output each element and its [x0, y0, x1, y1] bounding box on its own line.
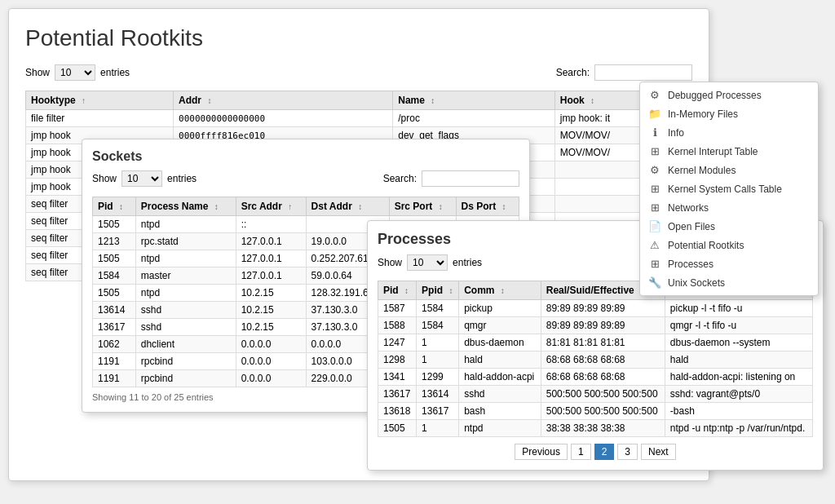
- menu-icon-0: ⚙: [648, 89, 661, 101]
- sock-col-src-addr[interactable]: Src Addr ↑: [236, 197, 306, 216]
- proc-cell-4-4: hald-addon-acpi: listening on: [665, 369, 812, 386]
- menu-icon-10: 🔧: [648, 276, 661, 289]
- menu-item-9[interactable]: ⊞Processes: [640, 254, 818, 273]
- proc-cell-0-0: 1587: [378, 300, 417, 317]
- proc-cell-7-4: ntpd -u ntp:ntp -p /var/run/ntpd.: [665, 420, 812, 437]
- processes-pagination: Previous 1 2 3 Next: [378, 444, 813, 460]
- proc-cell-2-4: dbus-daemon --system: [665, 334, 812, 351]
- search-label: Search:: [556, 67, 590, 78]
- main-table-row: file filter0000000000000000/procjmp hook…: [26, 110, 692, 127]
- sockets-search-label: Search:: [383, 173, 417, 184]
- main-cell-0-1: 0000000000000000: [174, 110, 393, 127]
- sock-cell-6-2: 10.2.15: [236, 319, 306, 336]
- processes-table-row: 1361713614sshd500:500 500:500 500:500ssh…: [378, 386, 813, 403]
- sock-cell-4-2: 10.2.15: [236, 285, 306, 302]
- proc-cell-6-3: 500:500 500:500 500:500: [541, 403, 665, 420]
- page-2[interactable]: 2: [594, 444, 615, 460]
- menu-item-2[interactable]: ℹInfo: [640, 123, 818, 142]
- sockets-show-label: Show: [92, 173, 117, 184]
- sock-col-src-port[interactable]: Src Port ↕: [389, 197, 456, 216]
- prev-button[interactable]: Previous: [515, 444, 568, 460]
- proc-col-comm[interactable]: Comm ↕: [459, 281, 541, 300]
- proc-cell-3-1: 1: [417, 351, 459, 369]
- page-3[interactable]: 3: [617, 444, 638, 460]
- sockets-title: Sockets: [92, 149, 519, 164]
- entries-select-main[interactable]: 102550100: [55, 64, 95, 81]
- next-button[interactable]: Next: [641, 444, 676, 460]
- sock-cell-0-1: ntpd: [135, 216, 236, 233]
- sock-cell-5-1: sshd: [135, 302, 236, 319]
- proc-cell-0-2: pickup: [459, 300, 541, 317]
- sock-cell-7-2: 0.0.0.0: [236, 336, 306, 353]
- proc-cell-2-1: 1: [417, 334, 459, 351]
- menu-icon-5: ⊞: [648, 183, 661, 195]
- sock-cell-9-2: 0.0.0.0: [236, 370, 306, 387]
- processes-table-row: 15871584pickup89:89 89:89 89:89pickup -l…: [378, 300, 813, 317]
- proc-cell-6-4: -bash: [665, 403, 812, 420]
- page-1[interactable]: 1: [571, 444, 591, 460]
- proc-cell-7-1: 1: [417, 420, 459, 437]
- menu-label-7: Open Files: [668, 221, 715, 232]
- menu-icon-1: 📁: [648, 108, 661, 120]
- sock-cell-9-0: 1191: [93, 370, 136, 387]
- proc-cell-3-0: 1298: [378, 351, 417, 369]
- sock-cell-5-0: 13614: [93, 302, 136, 319]
- sockets-entries-select[interactable]: 102550100: [121, 170, 162, 187]
- menu-item-6[interactable]: ⊞Networks: [640, 198, 818, 217]
- proc-cell-5-0: 13617: [378, 386, 417, 403]
- proc-cell-3-3: 68:68 68:68 68:68: [541, 351, 665, 369]
- sock-cell-3-2: 127.0.0.1: [236, 267, 306, 285]
- show-entries-main: Show 102550100 entries: [25, 64, 130, 81]
- proc-cell-5-2: sshd: [459, 386, 541, 403]
- search-input-main[interactable]: [594, 64, 692, 81]
- show-entries-processes: Show 102550100 entries: [378, 254, 482, 271]
- proc-cell-6-1: 13617: [417, 403, 459, 420]
- sock-col-process-name[interactable]: Process Name ↕: [135, 197, 236, 216]
- processes-table-row: 12471dbus-daemon81:81 81:81 81:81dbus-da…: [378, 334, 813, 351]
- menu-icon-7: 📄: [648, 220, 661, 232]
- proc-cell-4-3: 68:68 68:68 68:68: [541, 369, 665, 386]
- menu-item-7[interactable]: 📄Open Files: [640, 217, 818, 236]
- menu-item-5[interactable]: ⊞Kernel System Calls Table: [640, 179, 818, 198]
- col-name[interactable]: Name ↕: [393, 91, 555, 110]
- processes-table: Pid ↕ Ppid ↕ Comm ↕ Real/Suid/Effective …: [378, 281, 813, 437]
- proc-cell-3-4: hald: [665, 351, 812, 369]
- menu-item-1[interactable]: 📁In-Memory Files: [640, 104, 818, 123]
- proc-cell-3-2: hald: [459, 351, 541, 369]
- proc-col-ppid[interactable]: Ppid ↕: [417, 281, 459, 300]
- main-cell-0-0: file filter: [26, 110, 174, 127]
- sockets-search-input[interactable]: [422, 170, 519, 187]
- proc-entries-suffix: entries: [453, 257, 482, 268]
- col-hooktype[interactable]: Hooktype ↑: [26, 91, 174, 110]
- menu-item-4[interactable]: ⚙Kernel Modules: [640, 161, 818, 179]
- dropdown-menu: ⚙Debugged Processes📁In-Memory FilesℹInfo…: [639, 82, 819, 296]
- menu-item-0[interactable]: ⚙Debugged Processes: [640, 86, 818, 104]
- sock-col-pid[interactable]: Pid ↕: [93, 197, 136, 216]
- sock-cell-7-0: 1062: [93, 336, 136, 353]
- page-title: Potential Rootkits: [25, 25, 692, 51]
- sock-col-ds-port[interactable]: Ds Port ↕: [456, 197, 519, 216]
- sock-cell-9-1: rpcbind: [135, 370, 236, 387]
- menu-label-0: Debugged Processes: [668, 90, 762, 101]
- main-cell-0-2: /proc: [393, 110, 555, 127]
- proc-cell-1-0: 1588: [378, 317, 417, 334]
- menu-item-10[interactable]: 🔧Unix Sockets: [640, 273, 818, 292]
- col-addr[interactable]: Addr ↕: [174, 91, 393, 110]
- menu-label-4: Kernel Modules: [668, 165, 736, 176]
- main-controls-row: Show 102550100 entries Search:: [25, 64, 692, 81]
- proc-cell-2-2: dbus-daemon: [459, 334, 541, 351]
- menu-label-3: Kernel Interupt Table: [668, 146, 758, 157]
- sock-col-dst-addr[interactable]: Dst Addr ↕: [306, 197, 389, 216]
- sockets-search-row: Search:: [383, 170, 519, 187]
- menu-icon-3: ⊞: [648, 145, 661, 157]
- sock-cell-6-1: sshd: [135, 319, 236, 336]
- menu-icon-4: ⚙: [648, 164, 661, 176]
- proc-cell-7-3: 38:38 38:38 38:38: [541, 420, 665, 437]
- menu-item-3[interactable]: ⊞Kernel Interupt Table: [640, 142, 818, 161]
- proc-entries-select[interactable]: 102550100: [407, 254, 448, 271]
- proc-col-pid[interactable]: Pid ↕: [378, 281, 417, 300]
- processes-table-row: 15051ntpd38:38 38:38 38:38ntpd -u ntp:nt…: [378, 420, 813, 437]
- proc-cell-0-3: 89:89 89:89 89:89: [541, 300, 665, 317]
- menu-item-8[interactable]: ⚠Potential Rootkits: [640, 236, 818, 254]
- proc-cell-0-4: pickup -l -t fifo -u: [665, 300, 812, 317]
